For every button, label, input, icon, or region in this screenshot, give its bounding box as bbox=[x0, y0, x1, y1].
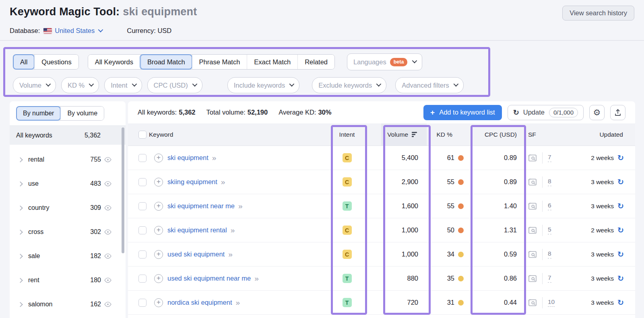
column-intent[interactable]: Intent bbox=[331, 131, 363, 138]
serp-features-count[interactable]: 6 bbox=[548, 202, 551, 210]
column-cpc[interactable]: CPC (USD) bbox=[471, 131, 522, 138]
add-keyword-icon[interactable] bbox=[154, 226, 163, 235]
tab-all-keywords[interactable]: All Keywords bbox=[88, 55, 140, 69]
add-keyword-icon[interactable] bbox=[154, 298, 163, 307]
filter-dropdown-cpc-usd-[interactable]: CPC (USD) bbox=[147, 77, 202, 93]
row-checkbox[interactable] bbox=[138, 226, 147, 234]
sidebar-item-use[interactable]: use 483 bbox=[10, 172, 126, 196]
tab-related[interactable]: Related bbox=[297, 55, 334, 69]
add-keyword-icon[interactable] bbox=[154, 154, 163, 162]
keyword-link[interactable]: used ski equipment bbox=[167, 250, 225, 258]
add-keyword-icon[interactable] bbox=[154, 178, 163, 187]
refresh-icon[interactable]: ↻ bbox=[617, 226, 624, 235]
add-keyword-icon[interactable] bbox=[154, 202, 163, 211]
eye-icon[interactable] bbox=[104, 180, 112, 188]
column-updated[interactable]: Updated bbox=[573, 131, 635, 138]
serp-preview-icon[interactable] bbox=[528, 202, 537, 210]
languages-dropdown[interactable]: Languages beta bbox=[347, 53, 422, 70]
filter-dropdown-include-keywords[interactable]: Include keywords bbox=[227, 77, 299, 93]
serp-preview-icon[interactable] bbox=[528, 299, 537, 307]
column-keyword[interactable]: Keyword bbox=[149, 131, 331, 138]
add-keyword-icon[interactable] bbox=[154, 250, 163, 259]
keyword-link[interactable]: nordica ski equipment bbox=[167, 299, 232, 306]
serp-features-count[interactable]: 8 bbox=[548, 178, 551, 186]
add-to-keyword-list-button[interactable]: + Add to keyword list bbox=[423, 105, 502, 120]
refresh-icon[interactable]: ↻ bbox=[617, 250, 624, 259]
refresh-icon[interactable]: ↻ bbox=[617, 274, 624, 283]
row-checkbox[interactable] bbox=[138, 299, 147, 307]
sidebar-tab-by-volume[interactable]: By volume bbox=[60, 107, 104, 120]
select-all-checkbox[interactable] bbox=[138, 131, 147, 139]
sidebar-item-salomon[interactable]: salomon 162 bbox=[10, 292, 126, 316]
refresh-icon[interactable]: ↻ bbox=[617, 153, 624, 162]
export-button[interactable] bbox=[610, 105, 625, 120]
tab-phrase-match[interactable]: Phrase Match bbox=[192, 55, 247, 69]
eye-icon[interactable] bbox=[104, 204, 112, 212]
expand-keyword-icon[interactable]: » bbox=[254, 274, 259, 283]
filter-dropdown-volume[interactable]: Volume bbox=[13, 77, 56, 93]
sidebar-item-sale[interactable]: sale 182 bbox=[10, 244, 126, 268]
keyword-link[interactable]: ski equipment near me bbox=[167, 202, 235, 210]
eye-icon[interactable] bbox=[104, 276, 112, 284]
tab-questions[interactable]: Questions bbox=[34, 55, 78, 69]
filter-dropdown-exclude-keywords[interactable]: Exclude keywords bbox=[312, 77, 386, 93]
row-checkbox[interactable] bbox=[138, 178, 147, 186]
refresh-icon[interactable]: ↻ bbox=[617, 298, 624, 307]
sidebar-item-cross[interactable]: cross 302 bbox=[10, 220, 126, 244]
serp-preview-icon[interactable] bbox=[528, 250, 537, 259]
sidebar-scrollbar[interactable] bbox=[122, 127, 124, 253]
serp-preview-icon[interactable] bbox=[528, 275, 537, 283]
row-checkbox[interactable] bbox=[138, 202, 147, 210]
tab-exact-match[interactable]: Exact Match bbox=[247, 55, 297, 69]
eye-icon[interactable] bbox=[104, 252, 112, 260]
serp-features-count[interactable]: 5 bbox=[548, 226, 551, 234]
sidebar-item-rental[interactable]: rental 755 bbox=[10, 148, 126, 172]
keyword-link[interactable]: ski equipment rental bbox=[167, 226, 227, 234]
database-selector[interactable]: United States bbox=[55, 27, 102, 35]
keyword-link[interactable]: ski equipment bbox=[167, 154, 208, 162]
serp-features-count[interactable]: 8 bbox=[548, 250, 551, 259]
volume-value: 880 bbox=[407, 275, 418, 282]
expand-keyword-icon[interactable]: » bbox=[221, 178, 225, 187]
kd-dot-icon bbox=[458, 228, 464, 233]
row-checkbox[interactable] bbox=[138, 250, 147, 259]
serp-features-count[interactable]: 7 bbox=[548, 154, 551, 162]
expand-keyword-icon[interactable]: » bbox=[238, 202, 243, 211]
filter-dropdown-kd-[interactable]: KD % bbox=[61, 77, 99, 93]
sidebar-tab-by-number[interactable]: By number bbox=[17, 107, 60, 120]
eye-icon[interactable] bbox=[104, 156, 112, 164]
keyword-link[interactable]: used ski equipment near me bbox=[167, 275, 251, 282]
sidebar-item-all-keywords[interactable]: All keywords 5,362 bbox=[10, 126, 126, 145]
filter-dropdown-intent[interactable]: Intent bbox=[104, 77, 142, 93]
row-checkbox[interactable] bbox=[138, 154, 147, 162]
sidebar-item-country[interactable]: country 309 bbox=[10, 196, 126, 220]
column-volume[interactable]: Volume bbox=[363, 123, 427, 146]
tab-all[interactable]: All bbox=[13, 55, 34, 69]
expand-keyword-icon[interactable]: » bbox=[212, 154, 217, 162]
settings-button[interactable]: ⚙ bbox=[589, 105, 605, 120]
serp-features-count[interactable]: 10 bbox=[548, 298, 555, 307]
keyword-link[interactable]: skiing equipment bbox=[167, 178, 217, 186]
update-button[interactable]: ↻ Update 0/1,000 bbox=[508, 105, 584, 120]
refresh-icon[interactable]: ↻ bbox=[617, 177, 624, 187]
filter-dropdown-advanced-filters[interactable]: Advanced filters bbox=[395, 77, 463, 93]
serp-preview-icon[interactable] bbox=[528, 154, 537, 162]
chevron-right-icon bbox=[18, 302, 23, 307]
add-keyword-icon[interactable] bbox=[154, 274, 163, 283]
serp-features-count[interactable]: 7 bbox=[548, 274, 551, 283]
view-search-history-button[interactable]: View search history bbox=[562, 6, 634, 21]
column-sf[interactable]: SF bbox=[522, 131, 573, 138]
column-kd[interactable]: KD % bbox=[427, 131, 471, 138]
row-checkbox[interactable] bbox=[138, 275, 147, 283]
sidebar-item-rent[interactable]: rent 180 bbox=[10, 268, 126, 292]
expand-keyword-icon[interactable]: » bbox=[231, 226, 235, 235]
tab-broad-match[interactable]: Broad Match bbox=[140, 55, 192, 69]
eye-icon[interactable] bbox=[104, 228, 112, 236]
serp-preview-icon[interactable] bbox=[528, 178, 537, 186]
expand-keyword-icon[interactable]: » bbox=[228, 250, 233, 259]
refresh-icon[interactable]: ↻ bbox=[617, 201, 624, 211]
table-header-row: Keyword Intent Volume KD % CPC (USD) SF … bbox=[128, 123, 635, 146]
serp-preview-icon[interactable] bbox=[528, 226, 537, 234]
expand-keyword-icon[interactable]: » bbox=[236, 298, 240, 307]
eye-icon[interactable] bbox=[104, 300, 112, 308]
